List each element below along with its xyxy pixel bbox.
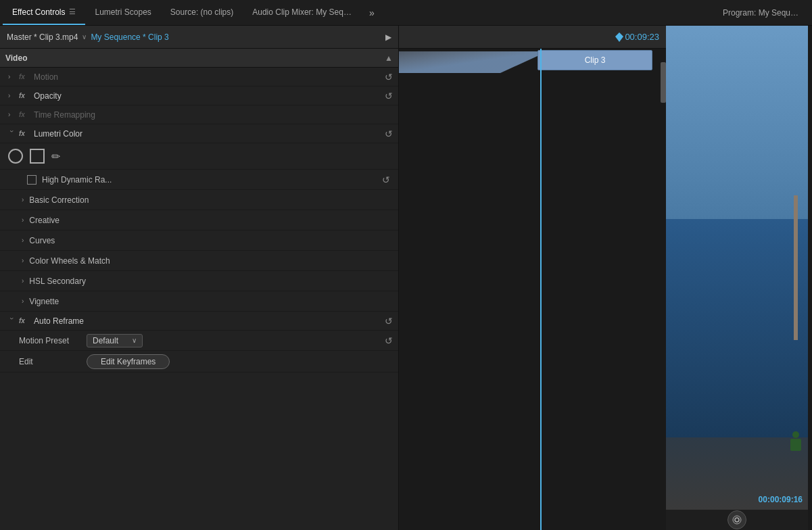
clip-block-label: Clip 3 bbox=[585, 55, 606, 65]
motion-fx-badge: fx bbox=[19, 73, 30, 80]
time-remapping-effect-name: Time Remapping bbox=[34, 110, 95, 120]
tab-bar: Effect Controls ☰ Lumetri Scopes Source:… bbox=[0, 0, 812, 26]
video-settings-icon[interactable] bbox=[727, 510, 746, 529]
vignette-row: › Vignette bbox=[0, 291, 398, 312]
clip-play-button[interactable]: ▶ bbox=[385, 32, 391, 42]
timeline-timecode: 00:09:23 bbox=[625, 32, 659, 42]
lumetri-effect-name: Lumetri Color bbox=[34, 129, 82, 139]
timeline-ruler: 00:09:23 bbox=[399, 26, 666, 49]
creative-expand[interactable]: › bbox=[22, 216, 24, 224]
tab-audio-clip-mixer[interactable]: Audio Clip Mixer: My Seq… bbox=[243, 0, 361, 25]
color-wheels-expand[interactable]: › bbox=[22, 257, 24, 264]
color-wheels-row: › Color Wheels & Match bbox=[0, 251, 398, 271]
lumetri-controls: ✏ bbox=[0, 143, 398, 170]
basic-correction-row: › Basic Correction bbox=[0, 190, 398, 210]
hsl-secondary-label: HSL Secondary bbox=[29, 276, 86, 286]
vignette-label: Vignette bbox=[29, 297, 59, 306]
opacity-reset-button[interactable]: ↺ bbox=[385, 91, 393, 101]
right-panel-content: 00:09:23 Clip 3 bbox=[399, 26, 812, 530]
vignette-expand[interactable]: › bbox=[22, 297, 24, 305]
auto-reframe-effect-name: Auto Reframe bbox=[34, 316, 84, 326]
video-section-title: Video bbox=[5, 53, 27, 63]
main-content: Master * Clip 3.mp4 ∨ My Sequence * Clip… bbox=[0, 26, 812, 530]
video-dock-post bbox=[794, 195, 798, 341]
auto-reframe-fx-badge: fx bbox=[19, 317, 30, 324]
motion-preset-row: Motion Preset Default ∨ ↺ bbox=[0, 331, 398, 351]
tab-source-label: Source: (no clips) bbox=[170, 7, 233, 17]
tab-menu-icon[interactable]: ☰ bbox=[69, 7, 76, 16]
playhead-marker-icon bbox=[615, 32, 623, 42]
lumetri-circle-shape[interactable] bbox=[8, 149, 23, 164]
tab-source[interactable]: Source: (no clips) bbox=[161, 0, 243, 25]
clip-block[interactable]: Clip 3 bbox=[538, 50, 652, 70]
creative-label: Creative bbox=[29, 216, 59, 225]
clip-sequence-label[interactable]: My Sequence * Clip 3 bbox=[91, 32, 168, 42]
time-remapping-expand-arrow[interactable]: › bbox=[8, 111, 15, 118]
basic-correction-expand[interactable]: › bbox=[22, 196, 24, 203]
curves-expand[interactable]: › bbox=[22, 237, 24, 244]
motion-preset-dropdown-arrow: ∨ bbox=[132, 337, 137, 344]
timeline-scrollbar[interactable] bbox=[661, 49, 666, 530]
lumetri-expand-arrow[interactable]: › bbox=[8, 130, 16, 137]
creative-row: › Creative bbox=[0, 210, 398, 231]
timeline-scrollbar-thumb[interactable] bbox=[661, 62, 666, 103]
tab-effect-controls[interactable]: Effect Controls ☰ bbox=[3, 0, 85, 25]
lumetri-fx-badge: fx bbox=[19, 130, 30, 137]
motion-preset-dropdown[interactable]: Default ∨ bbox=[87, 334, 143, 347]
svg-point-3 bbox=[733, 516, 741, 524]
lumetri-square-shape[interactable] bbox=[30, 149, 45, 164]
left-panel: Master * Clip 3.mp4 ∨ My Sequence * Clip… bbox=[0, 26, 399, 530]
hsl-secondary-row: › HSL Secondary bbox=[0, 271, 398, 291]
curves-label: Curves bbox=[29, 236, 55, 245]
opacity-effect-row: › fx Opacity ↺ bbox=[0, 87, 398, 105]
clip-master-label: Master * Clip 3.mp4 bbox=[7, 32, 78, 42]
gear-svg bbox=[732, 514, 742, 525]
edit-label: Edit bbox=[19, 357, 87, 366]
tab-lumetri-scopes[interactable]: Lumetri Scopes bbox=[85, 0, 160, 25]
svg-marker-1 bbox=[399, 51, 548, 73]
basic-correction-label: Basic Correction bbox=[29, 195, 89, 205]
playhead-line bbox=[540, 49, 542, 530]
program-label: Program: My Sequ… bbox=[712, 8, 809, 18]
video-timecode-display: 00:00:09:16 bbox=[759, 495, 803, 504]
effects-list: Video ▲ › fx Motion ↺ › fx Opacity ↺ › f… bbox=[0, 49, 398, 530]
svg-marker-0 bbox=[615, 32, 623, 42]
hdr-label: High Dynamic Ra... bbox=[42, 175, 112, 185]
tab-lumetri-scopes-label: Lumetri Scopes bbox=[95, 7, 151, 17]
clip-dropdown-icon[interactable]: ∨ bbox=[82, 33, 87, 41]
motion-expand-arrow[interactable]: › bbox=[8, 73, 15, 80]
tab-more-button[interactable]: » bbox=[364, 7, 380, 18]
lumetri-pen-icon[interactable]: ✏ bbox=[51, 150, 60, 163]
video-preview-image: 00:00:09:16 bbox=[666, 26, 808, 510]
hdr-reset-button[interactable]: ↺ bbox=[382, 174, 390, 185]
motion-preset-reset-button[interactable]: ↺ bbox=[385, 335, 393, 346]
tab-audio-mixer-label: Audio Clip Mixer: My Seq… bbox=[252, 7, 352, 17]
time-remapping-effect-row: › fx Time Remapping bbox=[0, 105, 398, 124]
video-water bbox=[666, 219, 808, 437]
lumetri-color-effect-row: › fx Lumetri Color ↺ bbox=[0, 124, 398, 143]
time-remapping-fx-badge: fx bbox=[19, 111, 30, 118]
video-section-collapse[interactable]: ▲ bbox=[385, 53, 393, 63]
video-bottom-bar bbox=[666, 510, 808, 530]
opacity-effect-name: Opacity bbox=[34, 91, 62, 101]
timeline-track-area[interactable]: Clip 3 bbox=[399, 49, 666, 530]
timeline-area: 00:09:23 Clip 3 bbox=[399, 26, 666, 530]
video-section-header: Video ▲ bbox=[0, 49, 398, 68]
hdr-row: High Dynamic Ra... ↺ bbox=[0, 170, 398, 190]
tab-effect-controls-label: Effect Controls bbox=[12, 7, 65, 17]
hdr-checkbox[interactable] bbox=[27, 175, 37, 185]
opacity-expand-arrow[interactable]: › bbox=[8, 92, 15, 99]
color-wheels-label: Color Wheels & Match bbox=[29, 256, 110, 266]
lumetri-reset-button[interactable]: ↺ bbox=[385, 128, 393, 139]
auto-reframe-reset-button[interactable]: ↺ bbox=[385, 316, 393, 327]
video-sky bbox=[666, 26, 808, 219]
opacity-fx-badge: fx bbox=[19, 92, 30, 99]
edit-keyframes-row: Edit Edit Keyframes bbox=[0, 351, 398, 372]
motion-effect-row: › fx Motion ↺ bbox=[0, 68, 398, 87]
hsl-secondary-expand[interactable]: › bbox=[22, 277, 24, 285]
auto-reframe-expand-arrow[interactable]: › bbox=[8, 318, 16, 324]
auto-reframe-effect-row: › fx Auto Reframe ↺ bbox=[0, 312, 398, 331]
edit-keyframes-button[interactable]: Edit Keyframes bbox=[87, 354, 170, 369]
video-preview: 00:00:09:16 bbox=[666, 26, 808, 530]
motion-reset-button[interactable]: ↺ bbox=[385, 72, 393, 82]
